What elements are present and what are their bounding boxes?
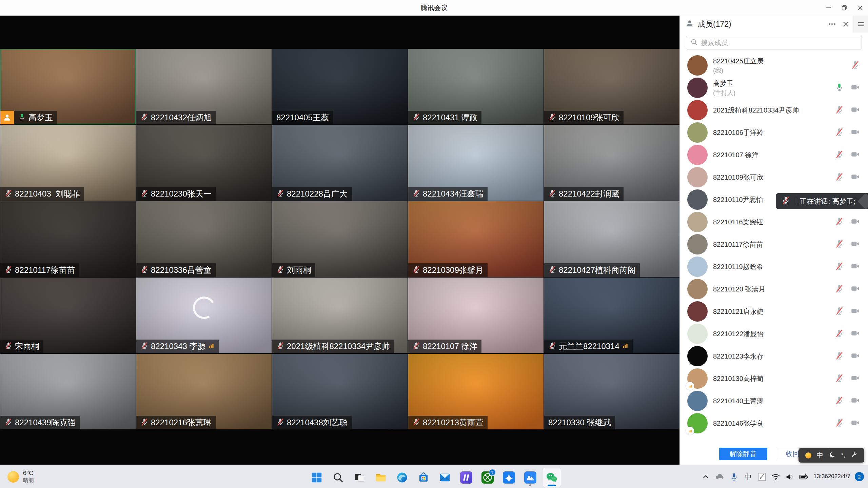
taskbar-app-search-icon[interactable] bbox=[329, 468, 347, 487]
member-row[interactable]: 82210119赵晗希 bbox=[680, 256, 868, 278]
speaker-icon[interactable] bbox=[785, 469, 794, 485]
taskbar-app-edge-icon[interactable] bbox=[393, 468, 411, 487]
ime-punctuation-icon[interactable]: °, bbox=[841, 452, 846, 459]
close-button[interactable] bbox=[852, 0, 868, 16]
member-avatar bbox=[687, 100, 708, 120]
member-text: 82210123李永存 bbox=[713, 352, 829, 361]
video-tile[interactable]: 82210343 李源 bbox=[136, 278, 272, 353]
taskbar-app-task-view-icon[interactable] bbox=[350, 468, 369, 487]
video-tile[interactable]: 82210403 刘聪菲 bbox=[0, 125, 136, 201]
member-row[interactable]: 82210116梁婉钰 bbox=[680, 211, 868, 233]
video-tile[interactable]: 82210432任炳旭 bbox=[136, 49, 272, 124]
unmute-button[interactable]: 解除静音 bbox=[719, 448, 767, 460]
microphone-in-use-icon[interactable] bbox=[729, 469, 739, 485]
onedrive-cloud-icon[interactable] bbox=[715, 469, 725, 485]
minimize-button[interactable] bbox=[820, 0, 836, 16]
video-tile[interactable]: 宋雨桐 bbox=[0, 278, 136, 353]
video-tile[interactable]: 82210431 谭政 bbox=[408, 49, 544, 124]
video-tile[interactable]: 82210107 徐洋 bbox=[408, 278, 544, 353]
taskbar-app-windows-start-icon[interactable] bbox=[308, 468, 326, 487]
ime-status-icon[interactable] bbox=[805, 452, 811, 459]
video-tile[interactable]: 82210439陈克强 bbox=[0, 354, 136, 429]
taskbar-app-thunder-icon[interactable] bbox=[500, 468, 518, 487]
battery-charging-icon[interactable] bbox=[799, 469, 809, 485]
participant-label: 82210434汪鑫瑞 bbox=[408, 187, 488, 201]
member-name: 82210119赵晗希 bbox=[713, 262, 829, 271]
member-avatar bbox=[687, 324, 708, 344]
video-tile[interactable]: 82210438刘艺聪 bbox=[272, 354, 408, 429]
taskbar-app-microsoft-store-icon[interactable] bbox=[414, 468, 433, 487]
member-row[interactable]: 82210121唐永婕 bbox=[680, 300, 868, 323]
member-status-icons bbox=[835, 217, 860, 227]
participant-name: 82210438刘艺聪 bbox=[287, 417, 348, 428]
participant-label-bar: 82210438刘艺聪 bbox=[272, 416, 352, 429]
restore-button[interactable] bbox=[836, 0, 852, 16]
taskbar-app-file-explorer-icon[interactable] bbox=[372, 468, 390, 487]
camera-off-icon bbox=[851, 396, 860, 406]
member-row[interactable]: 82210425庄立庚(我) bbox=[680, 54, 868, 77]
taskbar-app-xbox-icon[interactable]: 1 bbox=[478, 468, 497, 487]
participant-name: 82210309张馨月 bbox=[423, 265, 484, 276]
member-name: 82210106于洋羚 bbox=[713, 128, 829, 137]
taskbar-app-mail-icon[interactable] bbox=[436, 468, 454, 487]
member-row[interactable]: 82210130高梓荀 bbox=[680, 367, 868, 390]
member-row[interactable]: 82210106于洋羚 bbox=[680, 121, 868, 144]
participant-label-bar: 2021级植科82210334尹彦帅 bbox=[272, 340, 394, 353]
member-row[interactable]: 82210107 徐洋 bbox=[680, 144, 868, 166]
panel-menu-button[interactable] bbox=[853, 16, 868, 33]
ime-settings-wrench-icon[interactable] bbox=[851, 451, 857, 460]
notification-count-badge[interactable]: 2 bbox=[855, 472, 864, 481]
member-text: 82210109张可欣 bbox=[713, 173, 829, 182]
video-area: 高梦玉82210432任炳旭82210405王蕊82210431 谭政82210… bbox=[0, 16, 679, 465]
video-tile[interactable]: 82210434汪鑫瑞 bbox=[408, 125, 544, 201]
video-tile[interactable]: 82210309张馨月 bbox=[408, 201, 544, 277]
video-tile[interactable]: 82210117徐苗苗 bbox=[0, 201, 136, 277]
video-tile[interactable]: 2021级植科82210334尹彦帅 bbox=[272, 278, 408, 353]
member-row[interactable]: 82210120 张潇月 bbox=[680, 278, 868, 300]
video-tile[interactable]: 82210213黄雨萱 bbox=[408, 354, 544, 429]
taskbar-app-wechat-icon[interactable] bbox=[542, 468, 561, 487]
search-box[interactable] bbox=[686, 36, 862, 49]
member-row[interactable]: 82210109张可欣 bbox=[680, 166, 868, 188]
video-tile[interactable]: 82210228吕广大 bbox=[272, 125, 408, 201]
more-options-button[interactable] bbox=[825, 16, 839, 33]
tray-tool-icon[interactable] bbox=[757, 469, 767, 485]
video-tile[interactable]: 82210330 张继武 bbox=[544, 354, 679, 429]
member-row[interactable]: 82210122潘显怡 bbox=[680, 323, 868, 345]
clock[interactable]: 13:36 2022/4/7 bbox=[813, 469, 850, 485]
member-row[interactable]: 高梦玉(主持人) bbox=[680, 77, 868, 99]
ime-toolbar[interactable]: 中 °, bbox=[798, 448, 864, 463]
member-row[interactable]: 2021级植科82210334尹彦帅 bbox=[680, 99, 868, 121]
search-members-input[interactable] bbox=[701, 39, 857, 47]
member-avatar bbox=[687, 189, 708, 210]
video-tile[interactable]: 高梦玉 bbox=[0, 49, 136, 124]
video-tile[interactable]: 82210216张蕙琳 bbox=[136, 354, 272, 429]
video-tile[interactable]: 元兰兰82210314 bbox=[544, 278, 679, 353]
taskbar-app-slash-docs-icon[interactable] bbox=[457, 468, 475, 487]
ime-fullhalf-moon-icon[interactable] bbox=[829, 451, 836, 460]
video-tile[interactable]: 82210109张可欣 bbox=[544, 49, 679, 124]
video-tile[interactable]: 82210336吕善童 bbox=[136, 201, 272, 277]
toast-divider bbox=[795, 197, 795, 206]
member-row[interactable]: 82210140王菁涛 bbox=[680, 390, 868, 412]
video-tile[interactable]: 82210230张天一 bbox=[136, 125, 272, 201]
video-tile[interactable]: 82210405王蕊 bbox=[272, 49, 408, 124]
video-tile[interactable]: 刘雨桐 bbox=[272, 201, 408, 277]
video-tile[interactable]: 82210427植科商芮阁 bbox=[544, 201, 679, 277]
member-row[interactable]: 82210117徐苗苗 bbox=[680, 233, 868, 256]
close-panel-button[interactable] bbox=[839, 16, 852, 33]
tray-ime-indicator[interactable]: 中 bbox=[743, 469, 753, 485]
member-name: 82210140王菁涛 bbox=[713, 396, 829, 406]
participant-label-bar: 刘雨桐 bbox=[272, 263, 315, 277]
camera-off-icon bbox=[851, 105, 860, 116]
member-list[interactable]: 82210425庄立庚(我)高梦玉(主持人)2021级植科82210334尹彦帅… bbox=[680, 54, 868, 443]
weather-widget[interactable]: 6°C 晴朗 bbox=[4, 465, 37, 488]
member-row[interactable]: 82210146张学良 bbox=[680, 412, 868, 434]
video-tile[interactable]: 82210422封润葳 bbox=[544, 125, 679, 201]
tray-overflow-chevron-icon[interactable] bbox=[701, 469, 710, 485]
participant-label: 82210422封润葳 bbox=[544, 187, 624, 201]
member-row[interactable]: 82210123李永存 bbox=[680, 345, 868, 367]
taskbar-app-tencent-meeting-icon[interactable] bbox=[521, 468, 539, 487]
wifi-icon[interactable] bbox=[771, 469, 781, 485]
ime-language-indicator[interactable]: 中 bbox=[816, 451, 823, 460]
